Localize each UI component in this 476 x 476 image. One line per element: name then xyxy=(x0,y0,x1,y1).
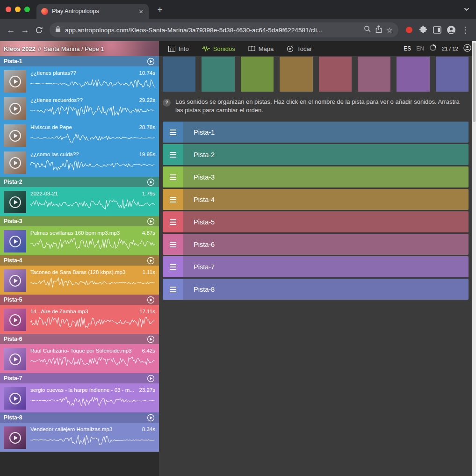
window-zoom-button[interactable] xyxy=(24,7,30,12)
sound-play-icon[interactable] xyxy=(4,230,26,252)
nav-sonidos[interactable]: Sonidos xyxy=(202,45,235,52)
track-play-button[interactable] xyxy=(147,58,155,65)
sound-thumbnail[interactable] xyxy=(4,97,26,120)
sound-thumbnail[interactable] xyxy=(4,151,26,174)
track-play-button[interactable] xyxy=(147,217,155,225)
nav-tocar[interactable]: Tocar xyxy=(287,45,312,52)
sound-play-icon[interactable] xyxy=(4,309,26,331)
track-drag-handle[interactable] xyxy=(163,122,183,143)
sound-play-icon[interactable] xyxy=(4,426,26,449)
extensions-puzzle-icon[interactable] xyxy=(416,23,430,37)
track-drag-handle[interactable] xyxy=(163,166,183,188)
track-drag-handle[interactable] xyxy=(163,234,183,255)
sound-thumbnail[interactable] xyxy=(4,269,26,292)
reload-button[interactable] xyxy=(32,23,46,37)
track-row[interactable]: Pista-4 xyxy=(163,189,469,210)
sound-thumbnail[interactable] xyxy=(4,309,26,331)
zoom-icon[interactable] xyxy=(364,25,371,35)
lang-en-button[interactable]: EN xyxy=(416,45,424,52)
track-row-name-area[interactable]: Pista-3 xyxy=(183,166,469,188)
track-play-button[interactable] xyxy=(147,414,155,422)
track-color-swatch[interactable] xyxy=(436,57,469,92)
page-scrollbar[interactable] xyxy=(472,41,476,476)
sound-item[interactable]: ¿¿tienes recuerdos?? 29.22s xyxy=(0,94,159,121)
track-row[interactable]: Pista-1 xyxy=(163,122,469,143)
track-drag-handle[interactable] xyxy=(163,211,183,232)
bookmark-star-icon[interactable]: ☆ xyxy=(386,26,393,35)
sound-thumbnail[interactable] xyxy=(4,348,26,370)
tab-search-chevron-icon[interactable] xyxy=(464,5,469,13)
new-tab-button[interactable]: + xyxy=(154,4,166,15)
breadcrumb[interactable]: Kleos 2022//Santa Marina / Pepe 1 xyxy=(0,41,159,56)
sound-item[interactable]: sergio cuevas - la harpe indienne - 03 -… xyxy=(0,383,159,411)
address-bar[interactable]: app.antropoloops.com/Kleos-Santa-Marina/… xyxy=(50,22,398,37)
track-row-name-area[interactable]: Pista-1 xyxy=(183,122,469,143)
track-row[interactable]: Pista-3 xyxy=(163,166,469,188)
track-row[interactable]: Pista-6 xyxy=(163,234,469,255)
sound-thumbnail[interactable] xyxy=(4,230,26,252)
back-button[interactable]: ← xyxy=(4,23,18,37)
track-row-name-area[interactable]: Pista-2 xyxy=(183,144,469,165)
track-row-name-area[interactable]: Pista-6 xyxy=(183,234,469,255)
track-row-name-area[interactable]: Pista-8 xyxy=(183,279,469,300)
track-play-button[interactable] xyxy=(147,296,155,304)
track-row-name-area[interactable]: Pista-5 xyxy=(183,211,469,232)
scrollbar-thumb[interactable] xyxy=(473,43,476,122)
track-row[interactable]: Pista-5 xyxy=(163,211,469,232)
sound-item[interactable]: Taconeo de Sara Baras (128 kbps).mp3 1.1… xyxy=(0,266,159,293)
sidebar-track-header[interactable]: Pista-3 xyxy=(0,216,159,226)
window-minimize-button[interactable] xyxy=(15,7,21,12)
browser-tab[interactable]: Play Antropoloops × xyxy=(36,4,149,19)
track-drag-handle[interactable] xyxy=(163,189,183,210)
track-play-button[interactable] xyxy=(147,335,155,343)
track-play-button[interactable] xyxy=(147,375,155,382)
track-play-button[interactable] xyxy=(147,178,155,186)
sound-thumbnail[interactable] xyxy=(4,191,26,213)
sound-item[interactable]: Vendedor callejero Hortalizas.mp3 8.34s xyxy=(0,423,159,450)
sound-item[interactable]: Palmas sevillanas 160 bpm mp3.mp3 4.87s xyxy=(0,226,159,253)
sound-play-icon[interactable] xyxy=(4,348,26,370)
track-row[interactable]: Pista-8 xyxy=(163,279,469,300)
nav-info[interactable]: Info xyxy=(168,45,189,52)
sidebar-track-header[interactable]: Pista-6 xyxy=(0,334,159,344)
sound-play-icon[interactable] xyxy=(4,151,26,174)
sidebar-track-header[interactable]: Pista-7 xyxy=(0,373,159,383)
sound-item[interactable]: Raul Cantizano- Toque por Solenoide.mp3 … xyxy=(0,344,159,371)
sound-thumbnail[interactable] xyxy=(4,387,26,410)
track-drag-handle[interactable] xyxy=(163,256,183,277)
lang-es-button[interactable]: ES xyxy=(404,45,411,52)
sound-thumbnail[interactable] xyxy=(4,124,26,147)
side-panel-icon[interactable] xyxy=(430,23,444,37)
sound-play-icon[interactable] xyxy=(4,191,26,213)
track-color-swatch[interactable] xyxy=(397,57,429,92)
track-row-name-area[interactable]: Pista-4 xyxy=(183,189,469,210)
sound-play-icon[interactable] xyxy=(4,97,26,120)
nav-mapa[interactable]: Mapa xyxy=(248,45,274,52)
window-close-button[interactable] xyxy=(6,7,11,12)
track-color-swatch[interactable] xyxy=(358,57,390,92)
sound-item[interactable]: ¿¿como las cuida?? 19.95s xyxy=(0,148,159,175)
sound-thumbnail[interactable] xyxy=(4,426,26,449)
browser-menu-icon[interactable]: ⋮ xyxy=(458,23,472,37)
sound-item[interactable]: 14 - Aire de Zamba.mp3 17.11s xyxy=(0,305,159,332)
track-drag-handle[interactable] xyxy=(163,279,183,300)
sound-play-icon[interactable] xyxy=(4,70,26,93)
track-color-swatch[interactable] xyxy=(163,57,195,92)
account-icon[interactable] xyxy=(463,44,471,54)
sound-thumbnail[interactable] xyxy=(4,70,26,93)
sound-play-icon[interactable] xyxy=(4,387,26,410)
track-color-swatch[interactable] xyxy=(319,57,352,92)
sidebar-track-header[interactable]: Pista-2 xyxy=(0,177,159,187)
profile-avatar-icon[interactable] xyxy=(444,23,458,37)
share-icon[interactable] xyxy=(375,25,382,35)
track-row[interactable]: Pista-7 xyxy=(163,256,469,277)
track-drag-handle[interactable] xyxy=(163,144,183,165)
sound-item[interactable]: 2022-03-21 1.79s xyxy=(0,187,159,214)
extension-record-icon[interactable] xyxy=(402,23,416,37)
sound-play-icon[interactable] xyxy=(4,269,26,292)
sidebar-track-header[interactable]: Pista-8 xyxy=(0,412,159,423)
tab-close-icon[interactable]: × xyxy=(138,7,144,16)
forward-button[interactable]: → xyxy=(18,23,32,37)
track-play-button[interactable] xyxy=(147,257,155,265)
track-color-swatch[interactable] xyxy=(202,57,234,92)
